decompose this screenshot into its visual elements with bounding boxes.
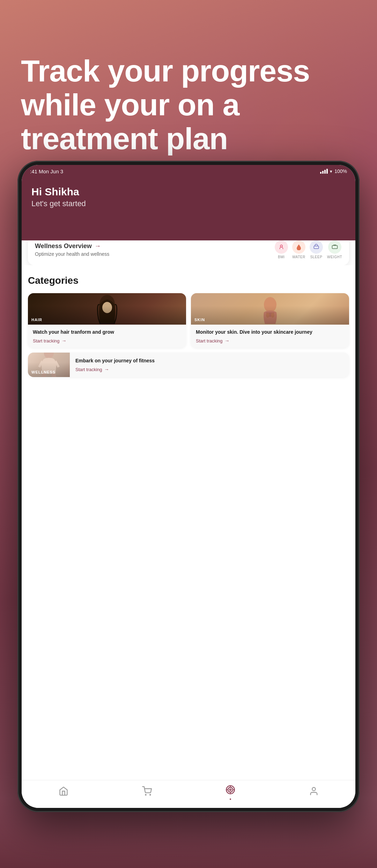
phone-screen: :41 Mon Jun 3 ▾ 100% Hi Shikha Let's get…: [22, 165, 355, 808]
hero-text: Track your progress while your on a trea…: [21, 54, 356, 155]
category-card-hair[interactable]: HAIR Watch your hair tranform and grow S…: [28, 293, 186, 348]
phone-frame: :41 Mon Jun 3 ▾ 100% Hi Shikha Let's get…: [17, 161, 360, 812]
status-time: :41 Mon Jun 3: [30, 168, 63, 174]
hair-card-image: HAIR: [28, 293, 186, 325]
skin-cta-label: Start tracking: [196, 338, 223, 343]
skin-card-title: Monitor your skin. Dive into your skinca…: [196, 329, 344, 335]
svg-rect-2: [332, 246, 337, 249]
svg-point-13: [229, 789, 231, 791]
weight-icon-circle: [328, 240, 341, 254]
wellness-metric-icons: BMI WATER: [275, 240, 342, 259]
wellness-card-image: WELLNESS: [28, 353, 70, 377]
nav-item-cart[interactable]: [142, 786, 152, 798]
svg-point-12: [228, 787, 233, 792]
hair-cta-label: Start tracking: [33, 338, 60, 343]
scrollable-content: Wellness Overview → Optimize your health…: [22, 240, 355, 780]
status-indicators: ▾ 100%: [320, 168, 347, 174]
wellness-metric-water: WATER: [292, 240, 305, 259]
categories-heading: Categories: [28, 275, 349, 286]
wellness-start-tracking-button[interactable]: Start tracking →: [75, 367, 155, 372]
category-card-skin[interactable]: SKIN Monitor your skin. Dive into your s…: [191, 293, 349, 348]
svg-point-6: [266, 313, 269, 318]
wellness-card-title: Embark on your journey of fitness: [75, 357, 155, 364]
hair-start-tracking-button[interactable]: Start tracking →: [33, 338, 181, 343]
hair-card-title: Watch your hair tranform and grow: [33, 329, 181, 335]
wellness-card-left: Wellness Overview → Optimize your health…: [35, 243, 109, 257]
svg-point-3: [99, 295, 115, 313]
sleep-label: SLEEP: [310, 255, 323, 259]
wellness-wide-card-body: Embark on your journey of fitness Start …: [70, 353, 160, 377]
app-header: Hi Shikha Let's get started: [22, 178, 355, 240]
svg-rect-1: [314, 246, 319, 249]
nav-item-profile[interactable]: [309, 786, 319, 798]
wellness-cta-arrow-icon: →: [104, 367, 109, 372]
svg-point-5: [264, 297, 276, 312]
svg-point-9: [145, 794, 146, 795]
svg-point-0: [280, 245, 282, 247]
wellness-overview-card[interactable]: Wellness Overview → Optimize your health…: [28, 240, 349, 265]
hair-card-body: Watch your hair tranform and grow Start …: [28, 325, 186, 348]
home-icon: [59, 786, 68, 798]
cart-icon: [142, 786, 152, 798]
skin-cta-arrow-icon: →: [225, 338, 230, 343]
weight-label: WEIGHT: [327, 255, 342, 259]
signal-icon: [320, 169, 328, 174]
nav-item-target[interactable]: [226, 785, 235, 800]
skin-badge-label: SKIN: [194, 318, 205, 322]
wifi-icon: ▾: [330, 169, 332, 174]
svg-point-14: [312, 788, 315, 791]
hair-badge-label: HAIR: [31, 318, 42, 322]
wellness-metric-weight: WEIGHT: [327, 240, 342, 259]
wellness-card-title: Wellness Overview →: [35, 243, 109, 250]
nav-active-indicator: [230, 798, 231, 800]
categories-grid: HAIR Watch your hair tranform and grow S…: [28, 293, 349, 348]
skin-card-image: SKIN: [191, 293, 349, 325]
battery-icon: 100%: [334, 168, 347, 174]
greeting-name: Hi Shikha: [31, 186, 346, 198]
hair-silhouette: [28, 293, 186, 325]
main-content: Categories: [22, 265, 355, 384]
wellness-arrow-icon: →: [95, 243, 101, 250]
wellness-metric-sleep: SLEEP: [310, 240, 323, 259]
wellness-badge-label: WELLNESS: [31, 370, 56, 374]
skin-card-body: Monitor your skin. Dive into your skinca…: [191, 325, 349, 348]
greeting-subtitle: Let's get started: [31, 199, 346, 208]
skin-silhouette: [191, 293, 349, 325]
category-card-wellness[interactable]: WELLNESS Embark on your journey of fitne…: [28, 353, 349, 377]
wellness-cta-label: Start tracking: [75, 367, 102, 372]
wellness-card-subtitle: Optimize your health and wellness: [35, 251, 109, 257]
bmi-label: BMI: [278, 255, 284, 259]
nav-item-home[interactable]: [59, 786, 68, 798]
bottom-navigation: [22, 780, 355, 808]
hair-cta-arrow-icon: →: [62, 338, 67, 343]
status-bar: :41 Mon Jun 3 ▾ 100%: [22, 165, 355, 178]
water-icon-circle: [292, 240, 305, 254]
svg-point-4: [102, 302, 112, 313]
svg-point-7: [271, 313, 274, 318]
profile-icon: [309, 786, 319, 798]
bmi-icon-circle: [275, 240, 288, 254]
svg-point-8: [44, 353, 54, 359]
svg-point-10: [150, 794, 150, 795]
wellness-metric-bmi: BMI: [275, 240, 288, 259]
skin-start-tracking-button[interactable]: Start tracking →: [196, 338, 344, 343]
water-label: WATER: [292, 255, 305, 259]
sleep-icon-circle: [310, 240, 323, 254]
target-icon: [226, 785, 235, 797]
